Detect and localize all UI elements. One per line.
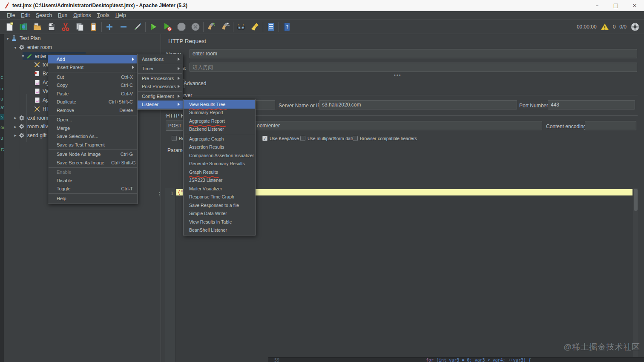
listener-submenu-item-assertion-results[interactable]: Assertion Results <box>184 143 255 152</box>
context-menu-item-disable[interactable]: Disable <box>48 176 137 185</box>
thread-status-wheel-icon[interactable] <box>630 22 640 32</box>
editor-vertical-scrollbar[interactable] <box>633 188 638 362</box>
minimize-button[interactable]: – <box>588 0 607 11</box>
warning-count[interactable]: 0 <box>613 24 616 30</box>
listener-submenu-item-response-time-graph[interactable]: Response Time Graph <box>184 193 255 201</box>
scrollbar-thumb[interactable] <box>634 189 638 211</box>
maximize-button[interactable]: □ <box>607 0 625 11</box>
listener-submenu-item-summary-report[interactable]: Summary Report <box>184 109 255 117</box>
search-icon[interactable] <box>236 22 246 32</box>
menu-item-shortcut: Delete <box>112 108 133 113</box>
menu-tools[interactable]: Tools <box>94 11 112 19</box>
menu-edit[interactable]: Edit <box>18 11 33 19</box>
open-icon[interactable] <box>32 22 43 32</box>
splitter-grip[interactable]: ⋮ <box>157 192 161 201</box>
checkbox-use-keepalive[interactable]: ✓Use KeepAlive <box>262 136 299 141</box>
listener-submenu-item-view-results-in-table[interactable]: View Results in Table <box>184 218 255 226</box>
copy-icon[interactable] <box>75 22 85 32</box>
listener-submenu-item-mailer-visualizer[interactable]: Mailer Visualizer <box>184 184 255 193</box>
add-submenu-item-listener[interactable]: Listener <box>138 101 183 109</box>
listener-submenu-item-aggregate-graph[interactable]: Aggregate Graph <box>184 135 255 143</box>
path-input[interactable]: oom/enter <box>212 121 542 130</box>
collapse-all-icon[interactable] <box>118 22 129 32</box>
checkbox-use-multipart-form-data[interactable]: Use multipart/form-data <box>300 136 354 141</box>
add-submenu-item-assertions[interactable]: Assertions <box>138 55 183 63</box>
menu-options[interactable]: Options <box>70 11 94 19</box>
function-helper-icon[interactable] <box>266 22 276 32</box>
expand-all-icon[interactable] <box>104 22 115 32</box>
context-menu-item-duplicate[interactable]: DuplicateCtrl+Shift-C <box>48 98 137 106</box>
chevron-down-icon[interactable]: ▾ <box>5 36 11 41</box>
search-reset-icon[interactable] <box>250 22 260 32</box>
sampler-icon <box>26 53 33 60</box>
port-number-input[interactable] <box>548 100 635 109</box>
menu-search[interactable]: Search <box>33 11 55 19</box>
listener-submenu-item-generate-summary-results[interactable]: Generate Summary Results <box>184 160 255 168</box>
context-menu-item-cut[interactable]: CutCtrl-X <box>48 73 137 81</box>
context-menu-item-merge[interactable]: Merge <box>48 124 137 132</box>
menu-run[interactable]: Run <box>55 11 70 19</box>
shutdown-icon[interactable] <box>190 22 201 32</box>
menu-file[interactable]: File <box>4 11 18 19</box>
listener-submenu-item-comparison-assertion-visualizer[interactable]: Comparison Assertion Visualizer <box>184 151 255 160</box>
help-icon[interactable]: ? <box>282 22 292 32</box>
tab-advanced[interactable]: Advanced <box>180 79 210 88</box>
start-no-pauses-icon[interactable] <box>162 22 172 32</box>
context-menu-item-save-node-as-image[interactable]: Save Node As ImageCtrl-G <box>48 150 137 159</box>
paste-icon[interactable] <box>89 22 99 32</box>
clear-icon[interactable] <box>206 22 216 32</box>
context-menu-item-add[interactable]: Add <box>48 55 137 63</box>
chevron-down-icon[interactable]: ▾ <box>12 45 18 50</box>
edge-text-fragment: ri <box>0 147 4 152</box>
chevron-down-icon[interactable]: ▾ <box>20 54 26 58</box>
menu-help[interactable]: Help <box>112 11 129 19</box>
editor-line-number: 1 <box>170 191 173 196</box>
listener-submenu-item-graph-results[interactable]: Graph Results <box>184 168 255 176</box>
listener-submenu-item-jsr223-listener[interactable]: JSR223 Listener <box>184 176 255 185</box>
warning-indicator-icon[interactable] <box>601 23 609 31</box>
chevron-right-icon[interactable]: ▸ <box>12 124 18 129</box>
tree-node-enter-room[interactable]: ▾enter room <box>4 43 161 52</box>
checkbox-browser-compatible-headers[interactable]: Browser-compatible headers <box>353 136 417 141</box>
server-name-input[interactable] <box>319 100 517 109</box>
start-icon[interactable] <box>148 22 158 32</box>
name-input[interactable] <box>190 49 637 58</box>
add-submenu-item-pre-processors[interactable]: Pre Processors <box>138 74 183 83</box>
clear-all-icon[interactable] <box>220 22 230 32</box>
cut-icon[interactable] <box>60 22 71 32</box>
templates-icon[interactable] <box>18 22 29 32</box>
save-icon[interactable] <box>46 22 57 32</box>
section-splitter-dots[interactable]: ••• <box>394 72 402 78</box>
listener-submenu-item-simple-data-writer[interactable]: Simple Data Writer <box>184 210 255 218</box>
context-menu-item-remove[interactable]: RemoveDelete <box>48 106 137 115</box>
context-menu-item-save-screen-as-image[interactable]: Save Screen As ImageCtrl+Shift-G <box>48 158 137 167</box>
checkbox-re[interactable]: Re <box>172 136 184 141</box>
menu-separator <box>49 149 137 150</box>
listener-submenu-item-backend-listener[interactable]: Backend Listener <box>184 125 255 134</box>
listener-submenu-item-save-responses-to-a-file[interactable]: Save Responses to a file <box>184 201 255 210</box>
chevron-right-icon[interactable]: ▸ <box>12 115 18 120</box>
context-menu-item-save-as-test-fragment[interactable]: Save as Test Fragment <box>48 141 137 149</box>
add-submenu-item-timer[interactable]: Timer <box>138 65 183 73</box>
context-menu-item-paste[interactable]: PasteCtrl-V <box>48 89 137 98</box>
stop-icon[interactable] <box>176 22 187 32</box>
add-submenu-item-post-processors[interactable]: Post Processors <box>138 83 183 91</box>
add-submenu-item-config-element[interactable]: Config Element <box>138 92 183 101</box>
new-file-icon[interactable] <box>4 22 14 32</box>
context-menu-item-toggle[interactable]: ToggleCtrl-T <box>48 185 137 193</box>
context-menu-item-help[interactable]: Help <box>48 194 137 203</box>
context-menu-item-insert-parent[interactable]: Insert Parent <box>48 63 137 72</box>
tree-node-test-plan[interactable]: ▾Test Plan <box>4 34 161 43</box>
chevron-right-icon[interactable]: ▸ <box>12 133 18 138</box>
listener-submenu-item-beanshell-listener[interactable]: BeanShell Listener <box>184 226 255 235</box>
listener-submenu-item-view-results-tree[interactable]: View Results Tree <box>184 100 255 109</box>
listener-submenu-item-aggregate-report[interactable]: Aggregate Report <box>184 117 255 125</box>
context-menu-item-open-[interactable]: Open... <box>48 116 137 124</box>
context-menu-item-save-selection-as-[interactable]: Save Selection As... <box>48 132 137 141</box>
close-button[interactable]: × <box>625 0 644 11</box>
context-menu-item-copy[interactable]: CopyCtrl-C <box>48 81 137 90</box>
toolbar-icons: ? <box>4 22 296 32</box>
content-encoding-input[interactable] <box>585 121 636 130</box>
toggle-icon[interactable] <box>132 22 143 32</box>
comments-input[interactable] <box>190 63 637 72</box>
